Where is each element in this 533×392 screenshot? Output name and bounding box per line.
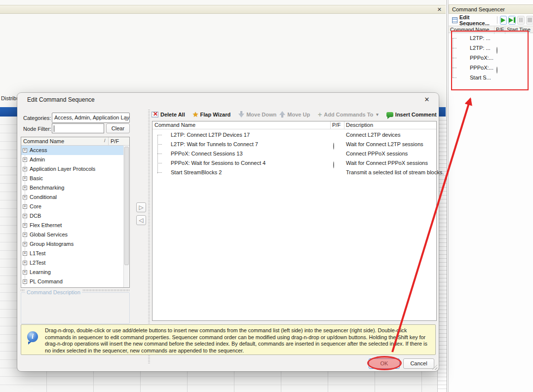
expand-icon[interactable]: + [23,233,27,237]
tree-item-label: Core [30,202,41,211]
tree-item[interactable]: +Benchmarking [21,183,123,193]
add-commands-to-label: Add Commands To [324,112,373,118]
flap-wizard-button[interactable]: ★ Flap Wizard [193,112,230,118]
tree-branch-icon [157,172,162,173]
play-button[interactable] [500,16,507,25]
list-column-pf[interactable]: P/F [332,122,341,128]
scrollbar-thumb[interactable] [124,147,129,265]
column-divider [330,121,331,129]
move-down-button[interactable]: Move Down [238,111,276,118]
expand-icon[interactable]: + [23,167,27,171]
tree-item-label: Benchmarking [30,183,64,193]
tree-item[interactable]: +L1Test [21,249,123,258]
tree-item-label: L1Test [30,249,45,258]
node-filter-input[interactable] [52,123,104,133]
annotation-ellipse [367,356,402,370]
text-caret [54,125,54,132]
expand-icon[interactable]: + [23,261,27,265]
sequence-row[interactable]: PPPoX: Wait for Sessions to Connect 4Wai… [152,158,436,168]
expand-icon[interactable]: + [23,204,27,209]
close-icon[interactable]: ✕ [421,95,433,105]
tree-item[interactable]: +Basic [21,174,123,183]
chevron-down-icon: ⌄ [124,115,128,123]
expand-icon[interactable]: + [23,148,27,153]
pause-icon [519,18,521,22]
tree-item[interactable]: +Global Services [21,230,123,239]
expand-icon[interactable]: + [23,157,27,162]
sort-ascending-icon: / [104,138,106,143]
edit-sequence-button[interactable]: Edit Sequence... [450,15,495,25]
categories-select[interactable]: Access, Admin, Application Laye... ⌄ [52,113,130,123]
insert-comment-label: Insert Comment [395,112,437,118]
tree-item[interactable]: +L2Test [21,258,123,268]
command-description: Wait for Connect L2TP sessions [346,140,423,149]
list-column-command-name[interactable]: Command Name [154,122,195,128]
add-commands-to-button[interactable]: + Add Commands To ▾ [318,112,379,118]
command-description-label: Command Description [25,289,82,295]
column-divider [108,137,109,146]
tree-item[interactable]: +PL Command [21,277,123,286]
tree-column-pf[interactable]: P/F [111,138,119,144]
list-column-description[interactable]: Description [346,122,373,128]
tree-item[interactable]: +Application Layer Protocols [21,164,123,174]
tree-scrollbar[interactable] [123,146,129,287]
tree-item-label: DCB [30,211,41,221]
expand-icon[interactable]: + [23,251,27,256]
tree-item[interactable]: +Admin [21,155,123,164]
tree-item-label: Access [30,146,47,155]
flap-wizard-label: Flap Wizard [200,112,231,118]
info-box: i Drag-n-drop, double-click or use add/d… [21,324,436,355]
sequence-row[interactable]: PPPoX: Connect Sessions 13Connect PPPoX … [152,149,436,158]
node-filter-label: Node Filter: [23,126,51,132]
sequence-command-list: Command Name P/F Description L2TP: Conne… [152,121,437,321]
command-description: Connect PPPoX sessions [346,149,408,158]
clear-button[interactable]: Clear [106,123,130,133]
tree-item-label: Application Layer Protocols [30,164,95,174]
tree-item[interactable]: +DCB [21,211,123,221]
tree-item[interactable]: +Core [21,202,123,211]
up-arrow-icon [279,111,285,118]
annotation-rectangle [451,31,529,90]
expand-icon[interactable]: + [23,270,27,274]
tree-item-label: Flex Ethernet [30,221,62,230]
stop-button[interactable] [526,16,533,25]
tree-item[interactable]: +Flex Ethernet [21,221,123,230]
close-icon[interactable]: ✕ [437,6,442,13]
stop-icon [528,18,532,22]
expand-icon[interactable]: + [23,214,27,218]
tree-column-command-name[interactable]: Command Name [23,138,64,144]
insert-comment-button[interactable]: Insert Comment [386,112,437,118]
expand-icon[interactable]: + [23,223,27,228]
play-icon [501,18,505,23]
expand-icon[interactable]: + [23,176,27,181]
tree-item[interactable]: +Learning [21,268,123,277]
pause-button[interactable] [517,16,525,25]
cancel-button[interactable]: Cancel [403,358,434,369]
expand-icon[interactable]: + [23,186,27,190]
tree-item[interactable]: +Group Histograms [21,239,123,249]
chevron-down-icon: ▾ [376,112,379,117]
sequence-row[interactable]: Start StreamBlocks 2Transmit a selected … [152,168,436,177]
sequence-row[interactable]: L2TP: Wait for Tunnels to Connect 7Wait … [152,140,436,149]
expand-icon[interactable]: + [23,195,27,199]
list-icon [452,17,457,23]
delete-all-button[interactable]: Delete All [152,112,185,118]
expand-icon[interactable]: + [23,279,27,284]
add-to-sequence-button[interactable]: ▷ [136,202,146,212]
tree-item[interactable]: +Access [21,146,123,155]
move-up-button[interactable]: Move Up [279,111,310,118]
expand-icon[interactable]: + [23,242,27,246]
tree-item-label: Conditional [30,193,57,202]
tree-row-list: +Access+Admin+Application Layer Protocol… [21,146,123,287]
play-to-end-button[interactable] [508,16,516,25]
tree-branch-icon [157,163,162,163]
edit-command-sequence-dialog: Edit Command Sequence ✕ Categories: Acce… [17,93,439,371]
remove-from-sequence-button[interactable]: ◁ [136,215,146,225]
sequence-toolbar: Delete All ★ Flap Wizard Move Down Move … [152,109,436,120]
command-description-groupbox: Command Description [21,292,130,324]
tree-item[interactable]: +Conditional [21,193,123,202]
categories-label: Categories: [23,115,51,121]
command-name: PPPoX: Wait for Sessions to Connect 4 [171,158,266,168]
sequence-row[interactable]: L2TP: Connect L2TP Devices 17Connect L2T… [152,130,436,140]
command-sequencer-toolbar: Edit Sequence... [449,15,533,25]
